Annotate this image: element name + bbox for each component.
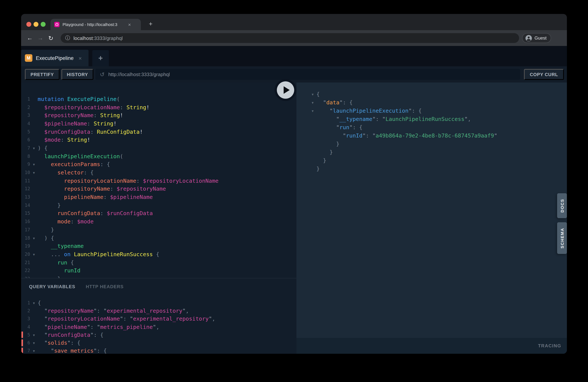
tracing-toggle[interactable]: TRACING bbox=[538, 343, 561, 348]
token-q: " bbox=[349, 124, 353, 130]
variables-section: QUERY VARIABLES HTTP HEADERS 1▾{2 "repos… bbox=[21, 278, 296, 354]
code-text: __typename bbox=[38, 243, 84, 249]
code-line: 4 "pipelineName": "metrics_pipeline", bbox=[21, 323, 296, 331]
tracing-bar: TRACING bbox=[296, 338, 567, 354]
token-prop: mode bbox=[58, 218, 71, 225]
token-pln bbox=[64, 96, 67, 102]
token-pun: } bbox=[336, 141, 339, 147]
token-pln bbox=[316, 116, 336, 122]
fold-arrow-icon[interactable]: ▾ bbox=[30, 333, 38, 337]
token-exc: ! bbox=[87, 137, 90, 143]
playground-tabbar: M ExecutePipeline × + bbox=[21, 46, 567, 66]
response-viewer[interactable]: ▾{▾ "data": {▾ "launchPipelineExecution"… bbox=[296, 83, 567, 173]
token-fld: run bbox=[58, 259, 67, 265]
token-pln bbox=[38, 348, 51, 354]
token-pun: { bbox=[153, 251, 159, 257]
token-q: " bbox=[97, 324, 100, 330]
site-info-icon[interactable]: ⓘ bbox=[65, 35, 70, 42]
line-number: 19 bbox=[21, 243, 30, 249]
fold-arrow-icon[interactable]: ▾ bbox=[30, 146, 38, 150]
token-prop: selector bbox=[58, 170, 84, 175]
code-line: 15 runConfigData: $runConfigData bbox=[21, 209, 296, 217]
address-bar[interactable]: ⓘ localhost:3333/graphql bbox=[61, 33, 519, 43]
fold-gutter bbox=[30, 213, 38, 214]
token-vstr: experimental_repository bbox=[107, 308, 183, 314]
token-typ: RunConfigData bbox=[97, 129, 140, 135]
token-pln bbox=[90, 121, 93, 127]
code-text: } bbox=[38, 227, 54, 233]
variables-editor[interactable]: 1▾{2 "repositoryName": "experimental_rep… bbox=[21, 299, 296, 354]
code-line: 22 runId bbox=[21, 267, 296, 275]
fold-arrow-icon[interactable]: ▾ bbox=[30, 349, 38, 353]
token-pln bbox=[316, 157, 323, 164]
token-prop: pipelineName bbox=[64, 194, 104, 200]
fold-arrow-icon[interactable]: ▾ bbox=[30, 170, 38, 175]
docs-side-tab[interactable]: DOCS bbox=[557, 193, 567, 218]
endpoint-input[interactable]: ↺ http://localhost:3333/graphql bbox=[95, 69, 520, 80]
execute-play-button[interactable] bbox=[274, 79, 296, 101]
token-q: " bbox=[94, 348, 97, 354]
forward-icon[interactable]: → bbox=[35, 30, 45, 46]
fold-arrow-icon[interactable]: ▾ bbox=[30, 162, 38, 167]
endpoint-history-icon[interactable]: ↺ bbox=[100, 71, 105, 78]
token-q: " bbox=[330, 108, 333, 114]
token-var: $repositoryLocationName bbox=[44, 104, 120, 110]
token-q: " bbox=[343, 133, 346, 139]
line-number: 11 bbox=[21, 178, 30, 183]
profile-button[interactable]: Guest bbox=[522, 33, 551, 43]
docs-label: DOCS bbox=[560, 199, 564, 212]
fold-arrow-icon[interactable]: ▾ bbox=[30, 300, 38, 305]
fold-arrow-icon[interactable]: ▾ bbox=[30, 236, 38, 240]
fold-gutter bbox=[30, 99, 38, 100]
fold-arrow-icon[interactable]: ▾ bbox=[30, 340, 38, 345]
fold-arrow-icon[interactable]: ▾ bbox=[309, 108, 316, 113]
code-text: "__typename": "LaunchPipelineRunSuccess"… bbox=[316, 116, 471, 122]
token-pun: ) { bbox=[38, 145, 47, 151]
session-tab-executepipeline[interactable]: M ExecutePipeline × bbox=[21, 50, 88, 66]
code-text: } bbox=[316, 166, 320, 172]
code-line: 20▾ ... on LaunchPipelineRunSuccess { bbox=[21, 250, 296, 258]
endpoint-url: http://localhost:3333/graphql bbox=[108, 72, 170, 77]
history-button[interactable]: HISTORY bbox=[62, 69, 93, 80]
copy-curl-button[interactable]: COPY CURL bbox=[524, 69, 564, 80]
schema-side-tab[interactable]: SCHEMA bbox=[557, 222, 567, 254]
fold-gutter bbox=[30, 131, 38, 132]
code-line: 6 $mode: String! bbox=[21, 136, 296, 144]
traffic-close-button[interactable] bbox=[26, 22, 31, 27]
token-pun: : { bbox=[97, 348, 106, 354]
browser-tab-close-icon[interactable]: × bbox=[128, 22, 131, 27]
token-pln bbox=[38, 194, 64, 200]
url-path: :3333/graphql bbox=[93, 35, 123, 41]
traffic-maximize-button[interactable] bbox=[41, 22, 45, 27]
new-session-tab-button[interactable]: + bbox=[92, 50, 109, 66]
token-q: " bbox=[408, 108, 412, 114]
code-line: 19 __typename bbox=[21, 242, 296, 250]
back-icon[interactable]: ← bbox=[25, 30, 35, 46]
code-text: runConfigData: $runConfigData bbox=[38, 211, 153, 216]
code-line: 17 } bbox=[21, 226, 296, 234]
line-number: 10 bbox=[21, 170, 30, 175]
new-browser-tab-button[interactable]: + bbox=[146, 19, 156, 29]
fold-gutter bbox=[30, 262, 38, 263]
code-text: "runId": "a49b864a-79e2-4be8-b78c-687457… bbox=[316, 133, 497, 139]
token-rkey: launchPipelineExecution bbox=[333, 108, 408, 114]
reload-icon[interactable]: ↻ bbox=[46, 30, 56, 46]
graphql-favicon-icon bbox=[54, 22, 60, 27]
tab-query-variables[interactable]: QUERY VARIABLES bbox=[29, 284, 75, 289]
line-number: 21 bbox=[21, 260, 30, 265]
line-number: 5 bbox=[21, 129, 30, 134]
fold-arrow-icon[interactable]: ▾ bbox=[309, 100, 316, 105]
code-line: 5▾ "runConfigData": { bbox=[21, 331, 296, 339]
browser-tab[interactable]: Playground - http://localhost:3 × bbox=[50, 19, 141, 30]
token-vstr: metrics_pipeline bbox=[100, 324, 153, 330]
session-tab-close-icon[interactable]: × bbox=[79, 55, 82, 61]
code-text: ) { bbox=[38, 145, 47, 151]
token-pln bbox=[316, 133, 343, 139]
tab-http-headers[interactable]: HTTP HEADERS bbox=[86, 284, 124, 289]
code-line: } bbox=[296, 165, 567, 173]
prettify-button[interactable]: PRETTIFY bbox=[25, 69, 60, 80]
fold-arrow-icon[interactable]: ▾ bbox=[309, 92, 316, 96]
traffic-minimize-button[interactable] bbox=[34, 22, 39, 27]
fold-arrow-icon[interactable]: ▾ bbox=[30, 252, 38, 256]
query-editor[interactable]: 1mutation ExecutePipeline(2 $repositoryL… bbox=[21, 83, 296, 283]
